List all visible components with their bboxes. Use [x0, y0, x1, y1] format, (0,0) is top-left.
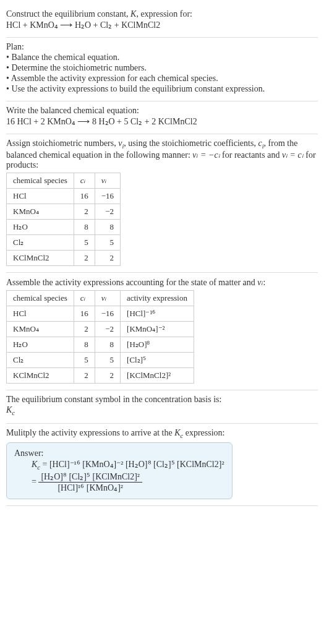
cell-nu: −2: [95, 321, 120, 337]
answer-body: Kc = [HCl]⁻¹⁶ [KMnO₄]⁻² [H₂O]⁸ [Cl₂]⁵ [K…: [32, 459, 224, 493]
prompt-K: K: [130, 9, 136, 19]
cell-c: 16: [74, 306, 95, 321]
table-row: Cl₂55[Cl₂]⁵: [7, 352, 194, 367]
cell-c: 5: [74, 352, 95, 367]
balanced-equation: 16 HCl + 2 KMnO₄ ⟶ 8 H₂O + 5 Cl₂ + 2 KCl…: [6, 116, 318, 127]
table-row: HCl16−16[HCl]⁻¹⁶: [7, 306, 194, 321]
table-header-row: chemical species cᵢ νᵢ activity expressi…: [7, 290, 194, 306]
table-row: KMnO₄2−2: [7, 204, 121, 219]
cell-species: KMnO₄: [7, 321, 74, 337]
prompt-equation: HCl + KMnO₄ ⟶ H₂O + Cl₂ + KClMnCl2: [6, 20, 318, 30]
cell-nu: −2: [95, 204, 120, 219]
cell-activity: [KClMnCl2]²: [121, 367, 194, 383]
cell-nu: 8: [95, 337, 120, 352]
stoich-desc-a: Assign stoichiometric numbers,: [6, 139, 118, 148]
stoich-nu: νi: [118, 139, 124, 148]
stoich-desc-c: , using the stoichiometric coefficients,: [124, 139, 258, 148]
answer-K: K: [32, 460, 37, 469]
answer-eq-2: = [H₂O]⁸ [Cl₂]⁵ [KClMnCl2]² [HCl]¹⁶ [KMn…: [32, 471, 224, 493]
answer-label: Answer:: [14, 449, 224, 458]
table-row: H₂O88: [7, 219, 121, 234]
prompt-text-a: Construct the equilibrium constant,: [6, 9, 130, 19]
col-c: cᵢ: [74, 290, 95, 306]
cell-c: 8: [74, 337, 95, 352]
plan-bullet-2: • Determine the stoichiometric numbers.: [6, 63, 318, 73]
cell-species: KClMnCl2: [7, 367, 74, 383]
table-header-row: chemical species cᵢ νᵢ: [7, 173, 121, 188]
cell-nu: 2: [95, 367, 120, 383]
balanced-section: Write the balanced chemical equation: 16…: [6, 101, 318, 134]
cell-nu: 2: [95, 250, 120, 265]
cell-c: 5: [74, 234, 95, 250]
cell-nu: 8: [95, 219, 120, 234]
final-Kc: Kc: [174, 428, 183, 437]
final-text-c: expression:: [183, 428, 224, 437]
answer-eq2-prefix: =: [32, 477, 38, 486]
answer-rhs-1: = [HCl]⁻¹⁶ [KMnO₄]⁻² [H₂O]⁸ [Cl₂]⁵ [KClM…: [40, 460, 224, 469]
cell-species: H₂O: [7, 219, 74, 234]
activity-table: chemical species cᵢ νᵢ activity expressi…: [6, 290, 194, 384]
symbol-K: K: [6, 405, 12, 414]
answer-fraction: [H₂O]⁸ [Cl₂]⁵ [KClMnCl2]² [HCl]¹⁶ [KMnO₄…: [38, 471, 142, 493]
col-nu: νᵢ: [95, 290, 120, 306]
stoich-description: Assign stoichiometric numbers, νi, using…: [6, 139, 318, 170]
cell-c: 2: [74, 321, 95, 337]
cell-c: 8: [74, 219, 95, 234]
balanced-heading: Write the balanced chemical equation:: [6, 106, 318, 116]
table-row: KClMnCl222[KClMnCl2]²: [7, 367, 194, 383]
cell-species: HCl: [7, 188, 74, 204]
answer-lhs: Kc: [32, 460, 40, 469]
final-text-a: Mulitply the activity expressions to arr…: [6, 428, 174, 437]
stoich-section: Assign stoichiometric numbers, νi, using…: [6, 134, 318, 273]
plan-bullet-1: • Balance the chemical equation.: [6, 53, 318, 62]
prompt-text-c: , expression for:: [136, 9, 192, 19]
cell-species: HCl: [7, 306, 74, 321]
prompt-line-1: Construct the equilibrium constant, K, e…: [6, 9, 318, 19]
cell-activity: [HCl]⁻¹⁶: [121, 306, 194, 321]
activity-description: Assemble the activity expressions accoun…: [6, 277, 318, 288]
cell-species: KClMnCl2: [7, 250, 74, 265]
cell-activity: [Cl₂]⁵: [121, 352, 194, 367]
final-section: Mulitply the activity expressions to arr…: [6, 424, 318, 507]
plan-bullet-3: • Assemble the activity expression for e…: [6, 74, 318, 84]
cell-nu: 5: [95, 234, 120, 250]
table-row: KClMnCl222: [7, 250, 121, 265]
table-row: H₂O88[H₂O]⁸: [7, 337, 194, 352]
col-nu: νᵢ: [95, 173, 120, 188]
stoich-table: chemical species cᵢ νᵢ HCl16−16 KMnO₄2−2…: [6, 173, 121, 266]
symbol-section: The equilibrium constant symbol in the c…: [6, 390, 318, 424]
activity-section: Assemble the activity expressions accoun…: [6, 273, 318, 390]
cell-species: Cl₂: [7, 352, 74, 367]
symbol-Kc: Kc: [6, 405, 318, 416]
stoich-c: ci: [258, 139, 263, 148]
answer-box: Answer: Kc = [HCl]⁻¹⁶ [KMnO₄]⁻² [H₂O]⁸ […: [6, 442, 232, 499]
plan-bullet-4: • Use the activity expressions to build …: [6, 84, 318, 94]
activity-nu: νᵢ: [257, 278, 263, 287]
col-species: chemical species: [7, 290, 74, 306]
cell-species: KMnO₄: [7, 204, 74, 219]
cell-activity: [KMnO₄]⁻²: [121, 321, 194, 337]
stoich-rel1: νᵢ = −cᵢ: [192, 150, 220, 160]
cell-species: H₂O: [7, 337, 74, 352]
answer-eq-1: Kc = [HCl]⁻¹⁶ [KMnO₄]⁻² [H₂O]⁸ [Cl₂]⁵ [K…: [32, 459, 224, 471]
prompt-section: Construct the equilibrium constant, K, e…: [6, 5, 318, 38]
col-activity: activity expression: [121, 290, 194, 306]
table-row: Cl₂55: [7, 234, 121, 250]
cell-nu: −16: [95, 306, 120, 321]
cell-c: 2: [74, 204, 95, 219]
symbol-c: c: [12, 410, 15, 416]
fraction-denominator: [HCl]¹⁶ [KMnO₄]²: [38, 483, 142, 493]
cell-c: 2: [74, 250, 95, 265]
fraction-numerator: [H₂O]⁸ [Cl₂]⁵ [KClMnCl2]²: [38, 471, 142, 483]
final-K: K: [174, 428, 180, 437]
cell-species: Cl₂: [7, 234, 74, 250]
activity-desc-a: Assemble the activity expressions accoun…: [6, 278, 257, 287]
table-row: KMnO₄2−2[KMnO₄]⁻²: [7, 321, 194, 337]
col-c: cᵢ: [74, 173, 95, 188]
table-row: HCl16−16: [7, 188, 121, 204]
cell-c: 16: [74, 188, 95, 204]
stoich-desc-f: for reactants and: [220, 150, 282, 160]
col-species: chemical species: [7, 173, 74, 188]
symbol-line-1: The equilibrium constant symbol in the c…: [6, 395, 318, 405]
cell-nu: −16: [95, 188, 120, 204]
